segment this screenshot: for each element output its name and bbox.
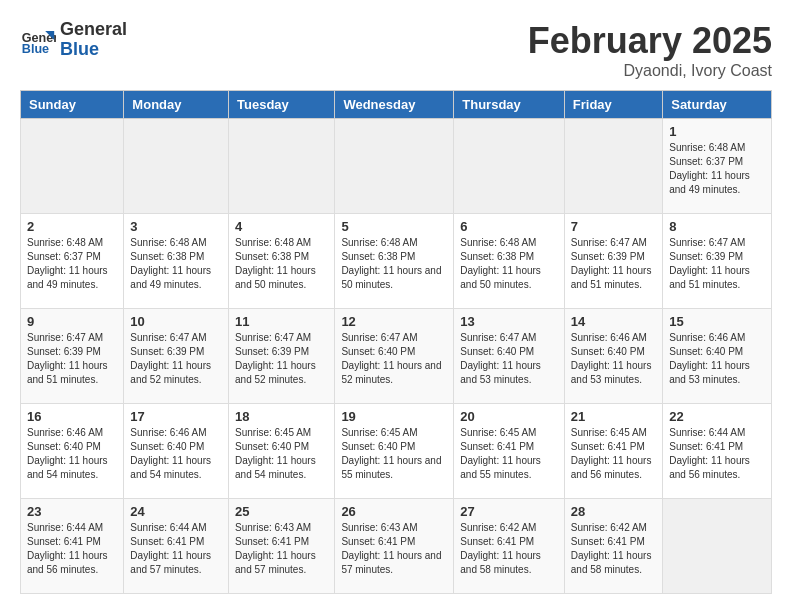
day-info: Sunrise: 6:46 AM Sunset: 6:40 PM Dayligh… — [571, 331, 656, 387]
day-info: Sunrise: 6:46 AM Sunset: 6:40 PM Dayligh… — [130, 426, 222, 482]
day-info: Sunrise: 6:43 AM Sunset: 6:41 PM Dayligh… — [235, 521, 328, 577]
day-number: 27 — [460, 504, 558, 519]
calendar-cell — [663, 499, 772, 594]
day-info: Sunrise: 6:46 AM Sunset: 6:40 PM Dayligh… — [669, 331, 765, 387]
day-number: 22 — [669, 409, 765, 424]
location-title: Dyaondi, Ivory Coast — [528, 62, 772, 80]
calendar-cell: 9Sunrise: 6:47 AM Sunset: 6:39 PM Daylig… — [21, 309, 124, 404]
day-number: 25 — [235, 504, 328, 519]
header: General Blue General Blue February 2025 … — [20, 20, 772, 80]
day-number: 4 — [235, 219, 328, 234]
day-number: 9 — [27, 314, 117, 329]
day-info: Sunrise: 6:48 AM Sunset: 6:37 PM Dayligh… — [27, 236, 117, 292]
logo-blue: Blue — [60, 40, 127, 60]
header-day: Monday — [124, 91, 229, 119]
calendar-week: 9Sunrise: 6:47 AM Sunset: 6:39 PM Daylig… — [21, 309, 772, 404]
header-row: SundayMondayTuesdayWednesdayThursdayFrid… — [21, 91, 772, 119]
month-title: February 2025 — [528, 20, 772, 62]
calendar-cell: 18Sunrise: 6:45 AM Sunset: 6:40 PM Dayli… — [229, 404, 335, 499]
day-info: Sunrise: 6:47 AM Sunset: 6:40 PM Dayligh… — [341, 331, 447, 387]
calendar-cell: 2Sunrise: 6:48 AM Sunset: 6:37 PM Daylig… — [21, 214, 124, 309]
calendar-cell — [229, 119, 335, 214]
day-number: 18 — [235, 409, 328, 424]
calendar-cell: 19Sunrise: 6:45 AM Sunset: 6:40 PM Dayli… — [335, 404, 454, 499]
calendar-cell: 11Sunrise: 6:47 AM Sunset: 6:39 PM Dayli… — [229, 309, 335, 404]
day-number: 17 — [130, 409, 222, 424]
calendar-cell: 3Sunrise: 6:48 AM Sunset: 6:38 PM Daylig… — [124, 214, 229, 309]
day-number: 21 — [571, 409, 656, 424]
day-info: Sunrise: 6:45 AM Sunset: 6:40 PM Dayligh… — [235, 426, 328, 482]
day-info: Sunrise: 6:48 AM Sunset: 6:38 PM Dayligh… — [130, 236, 222, 292]
day-info: Sunrise: 6:45 AM Sunset: 6:40 PM Dayligh… — [341, 426, 447, 482]
calendar-week: 23Sunrise: 6:44 AM Sunset: 6:41 PM Dayli… — [21, 499, 772, 594]
day-number: 26 — [341, 504, 447, 519]
calendar-cell: 22Sunrise: 6:44 AM Sunset: 6:41 PM Dayli… — [663, 404, 772, 499]
calendar-cell: 27Sunrise: 6:42 AM Sunset: 6:41 PM Dayli… — [454, 499, 565, 594]
calendar-cell: 1Sunrise: 6:48 AM Sunset: 6:37 PM Daylig… — [663, 119, 772, 214]
calendar-cell — [564, 119, 662, 214]
calendar-week: 2Sunrise: 6:48 AM Sunset: 6:37 PM Daylig… — [21, 214, 772, 309]
day-number: 2 — [27, 219, 117, 234]
header-day: Friday — [564, 91, 662, 119]
day-number: 19 — [341, 409, 447, 424]
calendar-cell: 24Sunrise: 6:44 AM Sunset: 6:41 PM Dayli… — [124, 499, 229, 594]
calendar-cell: 15Sunrise: 6:46 AM Sunset: 6:40 PM Dayli… — [663, 309, 772, 404]
calendar-cell: 23Sunrise: 6:44 AM Sunset: 6:41 PM Dayli… — [21, 499, 124, 594]
day-info: Sunrise: 6:47 AM Sunset: 6:39 PM Dayligh… — [27, 331, 117, 387]
day-number: 15 — [669, 314, 765, 329]
logo-text: General Blue — [60, 20, 127, 60]
day-number: 14 — [571, 314, 656, 329]
logo: General Blue General Blue — [20, 20, 127, 60]
day-number: 8 — [669, 219, 765, 234]
calendar-cell: 13Sunrise: 6:47 AM Sunset: 6:40 PM Dayli… — [454, 309, 565, 404]
calendar-week: 1Sunrise: 6:48 AM Sunset: 6:37 PM Daylig… — [21, 119, 772, 214]
logo-general: General — [60, 20, 127, 40]
calendar-cell: 25Sunrise: 6:43 AM Sunset: 6:41 PM Dayli… — [229, 499, 335, 594]
day-number: 11 — [235, 314, 328, 329]
day-number: 7 — [571, 219, 656, 234]
calendar-cell: 8Sunrise: 6:47 AM Sunset: 6:39 PM Daylig… — [663, 214, 772, 309]
calendar-table: SundayMondayTuesdayWednesdayThursdayFrid… — [20, 90, 772, 594]
day-number: 3 — [130, 219, 222, 234]
day-info: Sunrise: 6:47 AM Sunset: 6:39 PM Dayligh… — [130, 331, 222, 387]
day-info: Sunrise: 6:46 AM Sunset: 6:40 PM Dayligh… — [27, 426, 117, 482]
calendar-cell: 5Sunrise: 6:48 AM Sunset: 6:38 PM Daylig… — [335, 214, 454, 309]
calendar-cell — [454, 119, 565, 214]
day-number: 10 — [130, 314, 222, 329]
header-day: Wednesday — [335, 91, 454, 119]
day-number: 20 — [460, 409, 558, 424]
day-number: 16 — [27, 409, 117, 424]
day-info: Sunrise: 6:44 AM Sunset: 6:41 PM Dayligh… — [27, 521, 117, 577]
logo-icon: General Blue — [20, 22, 56, 58]
day-info: Sunrise: 6:43 AM Sunset: 6:41 PM Dayligh… — [341, 521, 447, 577]
day-number: 12 — [341, 314, 447, 329]
calendar-cell: 6Sunrise: 6:48 AM Sunset: 6:38 PM Daylig… — [454, 214, 565, 309]
calendar-cell: 14Sunrise: 6:46 AM Sunset: 6:40 PM Dayli… — [564, 309, 662, 404]
header-day: Thursday — [454, 91, 565, 119]
day-info: Sunrise: 6:42 AM Sunset: 6:41 PM Dayligh… — [571, 521, 656, 577]
calendar-cell: 12Sunrise: 6:47 AM Sunset: 6:40 PM Dayli… — [335, 309, 454, 404]
day-info: Sunrise: 6:48 AM Sunset: 6:38 PM Dayligh… — [341, 236, 447, 292]
day-info: Sunrise: 6:48 AM Sunset: 6:37 PM Dayligh… — [669, 141, 765, 197]
calendar-cell: 7Sunrise: 6:47 AM Sunset: 6:39 PM Daylig… — [564, 214, 662, 309]
day-number: 1 — [669, 124, 765, 139]
day-info: Sunrise: 6:47 AM Sunset: 6:39 PM Dayligh… — [571, 236, 656, 292]
day-info: Sunrise: 6:44 AM Sunset: 6:41 PM Dayligh… — [669, 426, 765, 482]
calendar-cell — [335, 119, 454, 214]
calendar-cell: 26Sunrise: 6:43 AM Sunset: 6:41 PM Dayli… — [335, 499, 454, 594]
calendar-cell: 10Sunrise: 6:47 AM Sunset: 6:39 PM Dayli… — [124, 309, 229, 404]
calendar-cell — [124, 119, 229, 214]
day-info: Sunrise: 6:47 AM Sunset: 6:40 PM Dayligh… — [460, 331, 558, 387]
day-info: Sunrise: 6:48 AM Sunset: 6:38 PM Dayligh… — [235, 236, 328, 292]
day-info: Sunrise: 6:44 AM Sunset: 6:41 PM Dayligh… — [130, 521, 222, 577]
title-area: February 2025 Dyaondi, Ivory Coast — [528, 20, 772, 80]
calendar-cell: 21Sunrise: 6:45 AM Sunset: 6:41 PM Dayli… — [564, 404, 662, 499]
day-number: 5 — [341, 219, 447, 234]
header-day: Tuesday — [229, 91, 335, 119]
calendar-cell — [21, 119, 124, 214]
calendar-cell: 28Sunrise: 6:42 AM Sunset: 6:41 PM Dayli… — [564, 499, 662, 594]
day-number: 13 — [460, 314, 558, 329]
day-number: 6 — [460, 219, 558, 234]
calendar-cell: 17Sunrise: 6:46 AM Sunset: 6:40 PM Dayli… — [124, 404, 229, 499]
day-info: Sunrise: 6:48 AM Sunset: 6:38 PM Dayligh… — [460, 236, 558, 292]
